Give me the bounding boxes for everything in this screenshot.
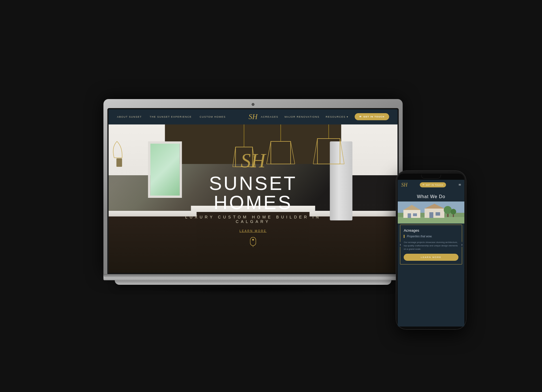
hero-content: SH SUNSET HOMES LUXURY CUSTOM HOME BUILD…: [181, 150, 325, 247]
hero-logo: SH: [181, 150, 325, 170]
phone-learn-more-button[interactable]: LEARN MORE: [404, 254, 458, 261]
nav-link-resources[interactable]: RESOURCES ▾: [326, 115, 349, 118]
svg-rect-25: [413, 213, 417, 216]
site-nav: ABOUT SUNSET THE SUNSET EXPERIENCE CUSTO…: [108, 109, 397, 124]
phone-card-quote-text: Properties that wow.: [407, 235, 458, 238]
carousel-next-button[interactable]: ›: [459, 242, 464, 247]
site-logo[interactable]: SH: [249, 113, 258, 121]
phone-card-title: Acreages: [404, 228, 458, 233]
phone-card-acreages: Acreages Properties that wow. Our acreag…: [400, 225, 462, 264]
svg-rect-21: [398, 217, 464, 224]
hero-section: SH SUNSET HOMES LUXURY CUSTOM HOME BUILD…: [108, 124, 397, 273]
laptop-foot: [115, 280, 391, 285]
scene: ABOUT SUNSET THE SUNSET EXPERIENCE CUSTO…: [0, 0, 542, 392]
phone-acreages-image: [398, 202, 464, 224]
phone-logo[interactable]: SH: [401, 182, 407, 188]
laptop-screen: ABOUT SUNSET THE SUNSET EXPERIENCE CUSTO…: [108, 109, 397, 273]
phone-notch-bar: [398, 174, 464, 180]
laptop-shadow: [133, 285, 373, 293]
nav-link-experience[interactable]: THE SUNSET EXPERIENCE: [150, 115, 192, 118]
phone-outer: SH ✉ GET IN TOUCH ≡ What We Do: [396, 171, 466, 329]
window: [148, 141, 182, 198]
phone-carousel: Acreages Properties that wow. Our acreag…: [398, 225, 464, 264]
laptop-camera: [252, 103, 254, 106]
phone-hamburger-icon[interactable]: ≡: [458, 182, 461, 187]
laptop-hinge: [103, 274, 403, 277]
hero-title: SUNSET HOMES: [181, 173, 325, 212]
svg-point-33: [451, 209, 456, 214]
nav-link-acreages[interactable]: ACREAGES: [261, 115, 278, 118]
svg-rect-28: [429, 212, 433, 218]
refrigerator: [330, 141, 352, 220]
phone-nav: SH ✉ GET IN TOUCH ≡: [398, 180, 464, 190]
scroll-icon: [250, 237, 256, 247]
svg-point-17: [252, 239, 254, 240]
phone-get-in-touch-button[interactable]: ✉ GET IN TOUCH: [420, 182, 446, 187]
laptop-screen-bezel: ABOUT SUNSET THE SUNSET EXPERIENCE CUSTO…: [107, 108, 399, 274]
phone-section-title: What We Do: [401, 194, 461, 199]
nav-right: ACREAGES MAJOR RENOVATIONS RESOURCES ▾ G…: [261, 113, 389, 120]
hero-subtitle: LUXURY CUSTOM HOME BUILDER IN CALGARY: [181, 214, 325, 224]
laptop-camera-bar: [107, 103, 399, 106]
envelope-icon: [359, 115, 362, 118]
phone-screen: SH ✉ GET IN TOUCH ≡ What We Do: [398, 180, 464, 327]
phone-card-quote: Properties that wow.: [404, 235, 458, 238]
svg-point-31: [444, 206, 452, 214]
svg-rect-16: [250, 237, 256, 246]
phone-device: SH ✉ GET IN TOUCH ≡ What We Do: [396, 171, 466, 329]
get-in-touch-button[interactable]: GET IN TOUCH: [355, 113, 389, 120]
phone-envelope-icon: ✉: [423, 184, 425, 186]
nav-link-custom-homes[interactable]: CUSTOM HOMES: [200, 115, 226, 118]
svg-rect-29: [436, 212, 440, 216]
learn-more-link[interactable]: LEARN MORE: [181, 229, 325, 232]
svg-rect-24: [408, 213, 411, 218]
svg-rect-26: [425, 209, 444, 218]
laptop-base: [103, 274, 403, 280]
phone-card-body: Our acreage projects showcase stunning a…: [404, 241, 458, 251]
nav-link-about[interactable]: ABOUT SUNSET: [117, 115, 142, 118]
nav-link-renovations[interactable]: MAJOR RENOVATIONS: [285, 115, 320, 118]
chevron-down-icon: ▾: [347, 115, 349, 118]
phone-notch: [421, 175, 441, 179]
acreages-illustration: [398, 202, 464, 224]
laptop-device: ABOUT SUNSET THE SUNSET EXPERIENCE CUSTO…: [103, 99, 403, 293]
nav-left: ABOUT SUNSET THE SUNSET EXPERIENCE CUSTO…: [117, 115, 226, 118]
svg-rect-22: [403, 210, 420, 218]
scroll-indicator: [181, 237, 325, 247]
phone-section-header: What We Do: [398, 190, 464, 202]
carousel-prev-button[interactable]: ‹: [398, 242, 403, 247]
